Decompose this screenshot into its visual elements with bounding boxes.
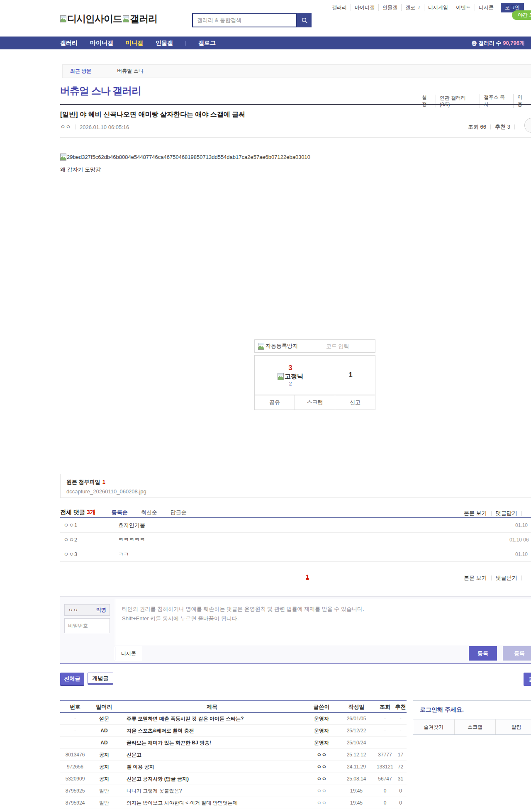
topbar-link-dcgame[interactable]: 디시게임 [424,4,452,11]
post-category: 설문 [90,713,118,724]
post-author[interactable]: 운영자 [306,725,337,736]
table-header: 번호 말머리 제목 글쓴이 작성일 조회 추천 [60,700,407,713]
comments-header: 전체 댓글 3개 등록순 최신순 답글순 [60,509,187,516]
comment-author[interactable]: ㅇㅇ2 [63,533,77,547]
topbar-link-gallery[interactable]: 갤러리 [328,4,351,11]
view-post-link[interactable]: 본문 보기 [464,510,487,517]
recent-visit-gallery[interactable]: 버츄얼 스나 [117,68,143,75]
post-author[interactable]: ㅇㅇ [306,797,337,809]
downvote-button[interactable]: 1 [336,356,365,395]
scrap-button[interactable]: 스크랩 [295,395,335,410]
circle-button[interactable] [524,118,531,133]
nav-item-minor[interactable]: 마이너갤 [90,39,113,47]
topbar-link-event[interactable]: 이벤트 [452,4,475,11]
post-title-link[interactable]: 주류 모델하면 매출 폭등시킬 것 같은 아이돌 스타는? [118,713,306,724]
gallery-settings-link[interactable]: 설정 [418,94,436,108]
recommend-button[interactable]: 3 고정닉 2 [255,356,326,395]
concept-posts-button[interactable]: 개념글 [88,673,113,685]
post-title-link[interactable]: 의자는 앉아보고 사야한다 <-이거 절대 안믿엇는데 [118,797,306,809]
post-stats: 조회 66 추천 3 [468,123,519,131]
post-views: - [375,713,395,724]
post-author[interactable]: ㅇㅇ [60,123,71,131]
topbar-link-gallog[interactable]: 갤로그 [401,4,424,11]
captcha-box: 자동등록방지 [254,339,375,353]
comment-page-1[interactable]: 1 [306,573,309,580]
site-logo[interactable]: 디시인사이드 갤러리 [60,12,157,25]
sort-tab-registered[interactable]: 등록순 [112,509,128,516]
post-author[interactable]: ㅇㅇ [306,749,337,761]
post-title-link[interactable]: 골라보는 재미가 있는 화끈한 BJ 방송! [118,737,306,749]
captcha-input[interactable] [320,343,375,350]
write-post-button[interactable]: 글쓰기 [524,673,531,686]
divider [490,124,491,129]
nav-item-mini[interactable]: 미니갤 [126,39,143,47]
scrap-tab[interactable]: 스크랩 [454,719,496,734]
topbar-link-minor[interactable]: 마이너갤 [351,4,378,11]
topbar-link-dccon[interactable]: 디시콘 [475,4,497,11]
login-sidebar: 로그인해 주세요. 즐겨찾기 스크랩 알림 [413,700,531,735]
comments-total-count: 3개 [87,509,96,516]
notifications-tab[interactable]: 알림 [495,719,531,734]
post-views: 37777 [375,749,395,761]
usage-guide-link[interactable]: 이용 [513,94,531,108]
related-gallery-link[interactable]: 연관 갤러리(3/6) [436,95,480,107]
post-author[interactable]: ㅇㅇ [306,761,337,773]
close-comments-link[interactable]: 댓글닫기 [496,574,517,582]
post-date: 25/10/24 [337,737,375,749]
submit-comment-button-secondary[interactable]: 등록 [503,646,531,661]
comment-row: ㅇㅇ2 ㅋㅋㅋㅋㅋ 01.10 06 [60,533,531,547]
close-comments-link[interactable]: 댓글닫기 [496,510,517,517]
post-author[interactable]: 운영자 [306,713,337,724]
recommend-count: 추천 3 [495,123,510,131]
post-date: 24.11.29 [337,761,375,773]
post-title-link[interactable]: 겨울 스포츠&레저로 활력 충전 [118,725,306,736]
post-author[interactable]: ㅇㅇ [306,785,337,797]
comment-text: 효자인가봄 [118,518,145,532]
sort-tab-reply[interactable]: 답글순 [171,509,187,516]
topbar-link-person[interactable]: 인물갤 [378,4,401,11]
post-title-link[interactable]: 갤 이용 공지 [118,761,306,773]
nav-item-gallog[interactable]: 갤로그 [198,39,216,47]
dccon-button[interactable]: 디시콘 [115,647,142,660]
column-date: 작성일 [337,701,375,712]
nav-item-gallery[interactable]: 갤러리 [60,39,78,47]
anonymous-toggle[interactable]: 익명 [96,607,106,614]
nav-item-person[interactable]: 인물갤 [156,39,173,47]
all-posts-button[interactable]: 전체글 [60,673,84,686]
report-button[interactable]: 신고 [335,395,375,410]
post-author[interactable]: 운영자 [306,737,337,749]
divider [75,124,76,129]
gallery-title[interactable]: 버츄얼 스나 갤러리 [60,84,141,98]
column-views: 조회 [375,701,395,712]
search-button[interactable] [297,13,312,27]
table-row: - 설문 주류 모델하면 매출 폭등시킬 것 같은 아이돌 스타는? 운영자 2… [60,713,407,725]
nickname-field[interactable]: ㅇㅇ 익명 [64,604,110,616]
night-mode-button[interactable]: 야간 모드 [512,10,531,20]
view-post-link[interactable]: 본문 보기 [464,574,487,582]
favorites-tab[interactable]: 즐겨찾기 [413,719,454,734]
search-input[interactable] [192,13,297,27]
post-author[interactable]: ㅇㅇ [306,773,337,785]
password-field[interactable] [64,618,110,633]
comment-author[interactable]: ㅇㅇ1 [63,518,77,532]
sort-tab-newest[interactable]: 최신순 [141,509,157,516]
share-button[interactable]: 공유 [255,395,295,410]
post-number: 8795925 [60,785,90,797]
post-date: 25.08.14 [337,773,375,785]
login-message: 로그인해 주세요. [413,701,531,719]
post-views: 0 [375,785,395,797]
submit-comment-button[interactable]: 등록 [469,646,497,661]
broken-image-icon [258,343,264,350]
attachment-filename[interactable]: dccapture_20260110_060208.jpg [66,488,527,495]
post-number: - [60,737,90,749]
recent-visit-label[interactable]: 최근 방문 [70,68,91,75]
copy-url-link[interactable]: 갤주소 복사 [480,94,514,108]
comment-textarea[interactable]: 타인의 권리를 침해하거나 명예를 훼손하는 댓글은 운영원칙 및 관련 법률에… [115,599,531,645]
post-title-link[interactable]: 나나가 그렇게 못불렀음? [118,785,306,797]
total-gallery-count: 총 갤러리 수 90,796개 [471,37,525,49]
post-title-link[interactable]: 신문고 [118,749,306,761]
comment-author[interactable]: ㅇㅇ3 [63,547,77,561]
post-category: AD [90,725,118,736]
post-category: 일반 [90,797,118,809]
post-title-link[interactable]: 신문고 공지사항 (답글 금지) [118,773,306,785]
